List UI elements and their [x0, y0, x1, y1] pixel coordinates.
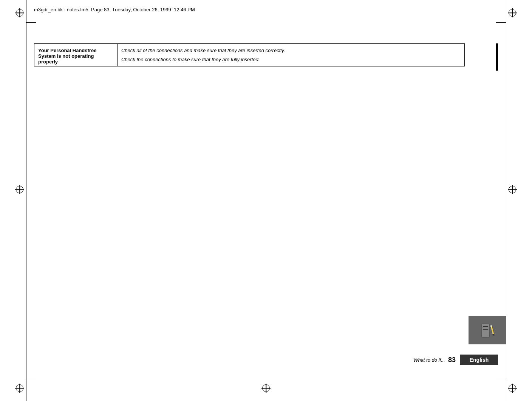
reg-mark-bottom-center [261, 384, 271, 393]
header-page: Page 83 [91, 7, 109, 12]
crop-mark-bottom-left [26, 379, 36, 379]
header-filename: m3gdr_en.bk : notes.fm5 [34, 7, 88, 12]
reg-mark-bottom-right [508, 384, 517, 393]
crop-mark-top-right [496, 22, 506, 23]
reg-mark-top-left [15, 8, 24, 17]
page-footer: What to do if... 83 English [34, 355, 498, 365]
pencil-icon [490, 324, 495, 336]
left-border [26, 0, 26, 401]
footer-language-box: English [460, 355, 498, 365]
footer-page-number: 83 [448, 356, 456, 364]
footer-language-text: English [470, 357, 489, 363]
device-body [481, 323, 490, 338]
device-icon [481, 323, 493, 338]
device-image-area [469, 316, 506, 344]
problem-text-line3: properly [38, 59, 58, 65]
header-date: Tuesday, October 26, 1999 [112, 7, 171, 12]
main-content: Your Personal Handsfree System is not op… [34, 43, 498, 66]
crop-mark-top-left [26, 22, 36, 23]
reg-mark-middle-left [15, 185, 24, 194]
problem-text-line2: System is not operating [38, 53, 94, 59]
troubleshoot-table: Your Personal Handsfree System is not op… [34, 43, 465, 66]
solution-text-1: Check all of the connections and make su… [121, 48, 285, 53]
table-row: Your Personal Handsfree System is not op… [34, 44, 465, 55]
header-separator1 [88, 7, 91, 12]
problem-cell: Your Personal Handsfree System is not op… [34, 44, 118, 66]
problem-text-line1: Your Personal Handsfree [38, 48, 96, 53]
crop-mark-bottom-right [496, 379, 506, 379]
table-right-accent-bar [496, 43, 498, 71]
reg-mark-top-right [508, 8, 517, 17]
solution-cell-1: Check all of the connections and make su… [118, 44, 465, 55]
footer-section-label: What to do if... [413, 357, 445, 363]
header-time: 12:46 PM [174, 7, 195, 12]
solution-cell-2: Check the connections to make sure that … [118, 55, 465, 66]
reg-mark-bottom-left [15, 384, 24, 393]
reg-mark-middle-right [508, 185, 517, 194]
page-header: m3gdr_en.bk : notes.fm5 Page 83 Tuesday,… [34, 7, 498, 12]
header-separator2 [109, 7, 112, 12]
solution-text-2: Check the connections to make sure that … [121, 57, 260, 62]
header-separator3 [171, 7, 174, 12]
